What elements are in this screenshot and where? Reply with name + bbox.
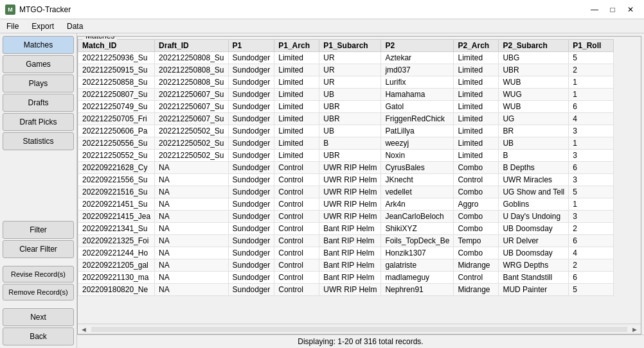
- title-bar: M MTGO-Tracker — □ ✕: [0, 0, 644, 19]
- cell-7-1: 202212250502_Su: [155, 137, 228, 150]
- cell-7-8: 1: [569, 137, 614, 150]
- cell-13-0: 202209221415_Jea: [78, 211, 155, 223]
- table-row[interactable]: 202212250552_Su202212250502_SuSundodgerL…: [78, 150, 614, 162]
- cell-2-8: 1: [569, 76, 614, 89]
- cell-15-3: Control: [274, 235, 319, 247]
- table-row[interactable]: 202209221628_CyNASundodgerControlUWR RIP…: [78, 162, 614, 174]
- remove-records-button[interactable]: Remove Record(s): [3, 284, 74, 300]
- cell-12-7: Goblins: [499, 198, 569, 211]
- back-button[interactable]: Back: [3, 327, 74, 345]
- table-row[interactable]: 202209221516_SuNASundodgerControlUWR RIP…: [78, 186, 614, 198]
- cell-16-5: Honzik1307: [381, 247, 454, 259]
- cell-19-6: Midrange: [454, 284, 499, 296]
- col-draft-id[interactable]: Draft_ID: [155, 40, 228, 52]
- cell-16-1: NA: [155, 247, 228, 259]
- cell-10-4: UWR RIP Helm: [319, 174, 381, 186]
- window-controls: — □ ✕: [586, 3, 639, 16]
- col-match-id[interactable]: Match_ID: [78, 40, 155, 52]
- table-row[interactable]: 202209221415_JeaNASundodgerControlUWR RI…: [78, 211, 614, 223]
- app-title: MTGO-Tracker: [19, 5, 586, 14]
- menu-item-data[interactable]: Data: [60, 21, 89, 32]
- menu-item-file[interactable]: File: [0, 21, 25, 32]
- cell-11-3: Control: [274, 186, 319, 198]
- app-icon: M: [5, 4, 15, 15]
- col-p1-roll[interactable]: P1_Roll: [569, 40, 614, 52]
- sidebar-item-matches[interactable]: Matches: [3, 36, 74, 54]
- cell-0-4: UR: [319, 52, 381, 64]
- cell-18-8: 6: [569, 272, 614, 284]
- cell-13-1: NA: [155, 211, 228, 223]
- col-p1-subarch[interactable]: P1_Subarch: [319, 40, 381, 52]
- cell-9-1: NA: [155, 162, 228, 174]
- cell-6-7: BR: [499, 125, 569, 137]
- table-row[interactable]: 202209221451_SuNASundodgerControlUWR RIP…: [78, 198, 614, 211]
- cell-12-4: UWR RIP Helm: [319, 198, 381, 211]
- cell-6-5: PatLillya: [381, 125, 454, 137]
- table-row[interactable]: 202209221130_maNASundodgerControlBant RI…: [78, 272, 614, 284]
- cell-3-0: 202212250807_Su: [78, 89, 155, 101]
- table-row[interactable]: 202209180820_NeNASundodgerControlUWR RIP…: [78, 284, 614, 296]
- col-p2-arch[interactable]: P2_Arch: [454, 40, 499, 52]
- cell-4-4: UBR: [319, 101, 381, 113]
- cell-2-6: Limited: [454, 76, 499, 89]
- group-label: Matches: [83, 36, 117, 40]
- cell-11-1: NA: [155, 186, 228, 198]
- cell-5-7: UG: [499, 113, 569, 125]
- maximize-button[interactable]: □: [604, 3, 621, 16]
- table-row[interactable]: 202212250705_Fri202212250607_SuSundodger…: [78, 113, 614, 125]
- cell-10-8: 3: [569, 174, 614, 186]
- cell-14-2: Sundodger: [228, 223, 274, 235]
- table-row[interactable]: 202212250749_Su202212250607_SuSundodgerL…: [78, 101, 614, 113]
- table-row[interactable]: 202209221556_SuNASundodgerControlUWR RIP…: [78, 174, 614, 186]
- table-row[interactable]: 202209221205_galNASundodgerControlBant R…: [78, 259, 614, 272]
- cell-4-7: WUB: [499, 101, 569, 113]
- col-p2[interactable]: P2: [381, 40, 454, 52]
- cell-9-6: Combo: [454, 162, 499, 174]
- table-row[interactable]: 202209221325_FoiNASundodgerControlBant R…: [78, 235, 614, 247]
- cell-3-4: UB: [319, 89, 381, 101]
- table-row[interactable]: 202212250915_Su202212250808_SuSundodgerL…: [78, 64, 614, 76]
- sidebar-spacer: [3, 152, 74, 220]
- table-row[interactable]: 202212250936_Su202212250808_SuSundodgerL…: [78, 52, 614, 64]
- revise-records-button[interactable]: Revise Record(s): [3, 266, 74, 283]
- menu-item-export[interactable]: Export: [25, 21, 60, 32]
- cell-7-2: Sundodger: [228, 137, 274, 150]
- sidebar-item-filter[interactable]: Filter: [3, 221, 74, 239]
- table-row[interactable]: 202212250606_Pa202212250502_SuSundodgerL…: [78, 125, 614, 137]
- sidebar-item-clear-filter[interactable]: Clear Filter: [3, 240, 74, 258]
- cell-17-5: galatriste: [381, 259, 454, 272]
- col-p1-arch[interactable]: P1_Arch: [274, 40, 319, 52]
- cell-15-4: Bant RIP Helm: [319, 235, 381, 247]
- minimize-button[interactable]: —: [586, 3, 603, 16]
- horizontal-scrollbar[interactable]: ◄ ►: [78, 324, 641, 334]
- close-button[interactable]: ✕: [622, 3, 639, 16]
- cell-5-4: UBR: [319, 113, 381, 125]
- col-p1[interactable]: P1: [228, 40, 274, 52]
- sidebar-item-plays[interactable]: Plays: [3, 74, 74, 92]
- sidebar-item-drafts[interactable]: Drafts: [3, 94, 74, 112]
- next-button[interactable]: Next: [3, 308, 74, 326]
- col-p2-subarch[interactable]: P2_Subarch: [499, 40, 569, 52]
- cell-15-7: UR Delver: [499, 235, 569, 247]
- cell-17-4: Bant RIP Helm: [319, 259, 381, 272]
- cell-12-2: Sundodger: [228, 198, 274, 211]
- sidebar-item-statistics[interactable]: Statistics: [3, 132, 74, 150]
- cell-1-7: UBR: [499, 64, 569, 76]
- cell-5-8: 4: [569, 113, 614, 125]
- table-row[interactable]: 202209221341_SuNASundodgerControlBant RI…: [78, 223, 614, 235]
- cell-2-3: Limited: [274, 76, 319, 89]
- table-row[interactable]: 202212250858_Su202212250808_SuSundodgerL…: [78, 76, 614, 89]
- sidebar-item-games[interactable]: Games: [3, 55, 74, 73]
- app-icon-text: M: [8, 6, 13, 13]
- cell-16-0: 202209221244_Ho: [78, 247, 155, 259]
- table-container[interactable]: Match_ID Draft_ID P1 P1_Arch P1_Subarch …: [78, 39, 641, 324]
- cell-6-6: Limited: [454, 125, 499, 137]
- cell-9-2: Sundodger: [228, 162, 274, 174]
- sidebar-item-draft-picks[interactable]: Draft Picks: [3, 113, 74, 131]
- cell-1-4: UR: [319, 64, 381, 76]
- cell-18-6: Control: [454, 272, 499, 284]
- table-row[interactable]: 202209221244_HoNASundodgerControlBant RI…: [78, 247, 614, 259]
- cell-4-0: 202212250749_Su: [78, 101, 155, 113]
- table-row[interactable]: 202212250556_Su202212250502_SuSundodgerL…: [78, 137, 614, 150]
- table-row[interactable]: 202212250807_Su202212250607_SuSundodgerL…: [78, 89, 614, 101]
